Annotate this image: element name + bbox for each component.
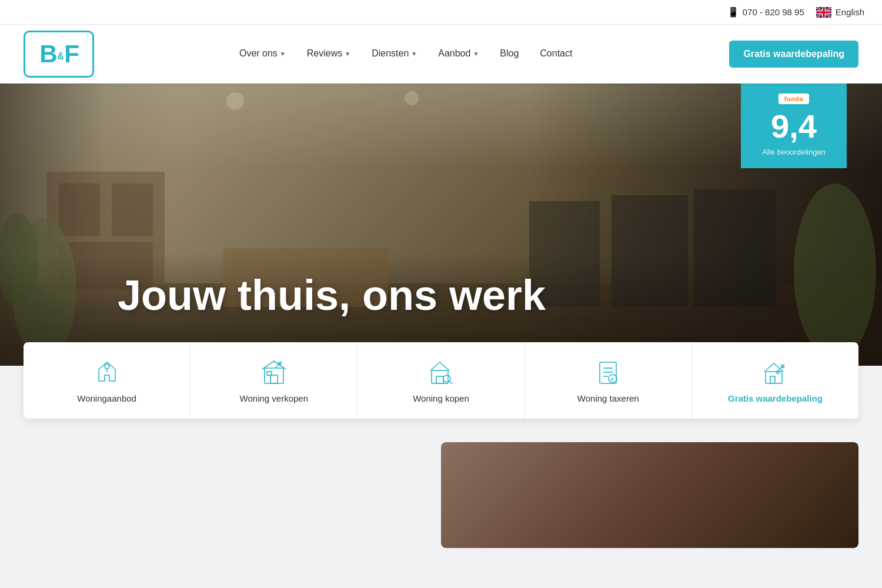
- bottom-image: [441, 442, 858, 548]
- header: B & F Over ons ▼ Reviews ▼ Diensten ▼ Aa…: [0, 25, 882, 83]
- house-search-icon: [426, 358, 456, 387]
- bottom-section: [0, 442, 882, 560]
- top-bar: 📱 070 - 820 98 95 English: [0, 0, 882, 25]
- service-woning-verkopen[interactable]: Woning verkopen: [191, 342, 358, 419]
- hero-section: Jouw thuis, ons werk funda 9,4 Alle beoo…: [0, 83, 882, 366]
- svg-rect-35: [770, 376, 775, 383]
- service-woning-taxeren[interactable]: € Woning taxeren: [525, 342, 692, 419]
- svg-rect-34: [766, 372, 782, 383]
- logo-amp: &: [58, 51, 64, 62]
- service-label-woningaanbod: Woningaanbod: [77, 393, 136, 403]
- svg-rect-24: [432, 370, 448, 383]
- funda-logo: funda: [779, 93, 809, 104]
- service-woningaanbod[interactable]: Woningaanbod: [24, 342, 191, 419]
- gratis-waardebepaling-button[interactable]: Gratis waardebepaling: [729, 41, 858, 68]
- funda-all-reviews-link[interactable]: Alle beoordelingen: [753, 148, 835, 156]
- funda-badge: funda 9,4 Alle beoordelingen: [741, 83, 847, 168]
- svg-text:€: €: [611, 377, 614, 382]
- svg-rect-22: [267, 372, 272, 375]
- svg-point-18: [105, 364, 109, 369]
- flag-uk-icon: [816, 7, 831, 18]
- nav-item-aanbod[interactable]: Aanbod ▼: [427, 25, 489, 83]
- house-invoice-icon: €: [593, 358, 623, 387]
- logo[interactable]: B & F: [24, 31, 94, 78]
- service-gratis-waardebepaling[interactable]: Gratis waardebepaling: [692, 342, 858, 419]
- nav-item-blog[interactable]: Blog: [489, 25, 529, 83]
- nav-item-over-ons[interactable]: Over ons ▼: [229, 25, 296, 83]
- chevron-down-icon: ▼: [280, 51, 286, 57]
- phone-icon: 📱: [727, 6, 739, 18]
- nav-item-diensten[interactable]: Diensten ▼: [361, 25, 427, 83]
- svg-rect-25: [436, 376, 443, 383]
- nav-item-contact[interactable]: Contact: [529, 25, 583, 83]
- house-for-sale-icon: [259, 358, 289, 387]
- funda-score: 9,4: [753, 110, 835, 143]
- svg-rect-28: [600, 362, 616, 383]
- chevron-down-icon: ▼: [411, 51, 417, 57]
- phone-number: 070 - 820 98 95: [743, 7, 804, 17]
- service-label-woning-kopen: Woning kopen: [413, 393, 469, 403]
- bottom-image-bg: [441, 442, 858, 548]
- hero-headline: Jouw thuis, ons werk: [118, 272, 546, 319]
- main-nav: Over ons ▼ Reviews ▼ Diensten ▼ Aanbod ▼…: [118, 25, 694, 83]
- phone-link[interactable]: 📱 070 - 820 98 95: [727, 6, 804, 18]
- service-label-woning-verkopen: Woning verkopen: [240, 393, 308, 403]
- nav-item-reviews[interactable]: Reviews ▼: [296, 25, 361, 83]
- service-label-woning-taxeren: Woning taxeren: [577, 393, 639, 403]
- svg-rect-21: [270, 375, 278, 383]
- logo-f: F: [64, 42, 78, 66]
- svg-line-27: [449, 381, 452, 384]
- chevron-down-icon: ▼: [345, 51, 350, 57]
- service-woning-kopen[interactable]: Woning kopen: [358, 342, 524, 419]
- house-percent-icon: [760, 358, 790, 387]
- language-switcher[interactable]: English: [816, 7, 864, 18]
- svg-point-37: [777, 370, 780, 373]
- svg-rect-20: [265, 368, 283, 383]
- language-label: English: [836, 7, 864, 17]
- service-label-gratis-waardebepaling: Gratis waardebepaling: [728, 393, 823, 403]
- services-row: Woningaanbod Woning verkopen: [24, 342, 858, 419]
- logo-b: B: [39, 42, 56, 66]
- home-location-icon: [92, 358, 122, 387]
- chevron-down-icon: ▼: [473, 51, 479, 57]
